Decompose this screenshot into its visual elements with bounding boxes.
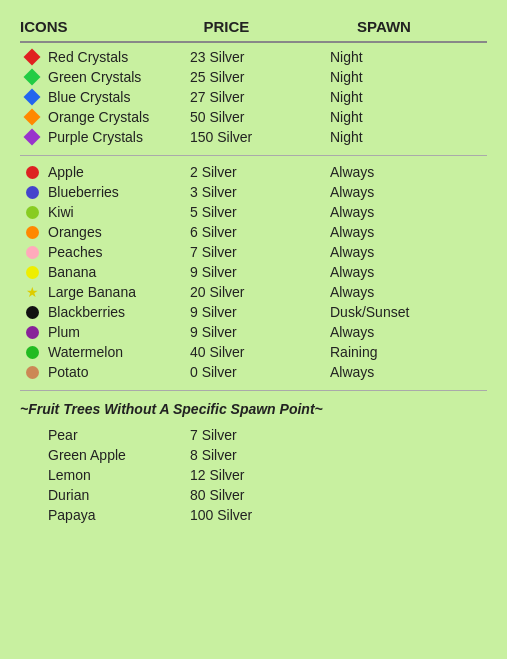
item-price: 20 Silver	[190, 284, 330, 300]
fruit-trees-section: Pear7 SilverGreen Apple8 SilverLemon12 S…	[20, 425, 487, 525]
item-spawn: Always	[330, 364, 460, 380]
item-spawn: Night	[330, 49, 460, 65]
item-spawn: Always	[330, 184, 460, 200]
item-spawn: Always	[330, 324, 460, 340]
circle-icon	[20, 326, 44, 339]
table-row: Purple Crystals150 SilverNight	[20, 127, 487, 147]
header-icons: ICONS	[20, 18, 190, 35]
item-spawn: Always	[330, 284, 460, 300]
header-row: ICONS PRICE SPAWN	[20, 10, 487, 43]
diamond-icon	[20, 51, 44, 63]
diamond-icon	[20, 91, 44, 103]
item-spawn: Night	[330, 89, 460, 105]
item-spawn: Always	[330, 204, 460, 220]
item-name: Apple	[44, 164, 190, 180]
circle-icon	[20, 306, 44, 319]
section-divider-2	[20, 390, 487, 391]
fruit-trees-title: ~Fruit Trees Without A Specific Spawn Po…	[20, 401, 487, 417]
diamond-icon	[20, 111, 44, 123]
item-spawn: Night	[330, 129, 460, 145]
table-row: Blackberries9 SilverDusk/Sunset	[20, 302, 487, 322]
item-name: Blueberries	[44, 184, 190, 200]
item-name: Plum	[44, 324, 190, 340]
item-price: 27 Silver	[190, 89, 330, 105]
item-spawn: Raining	[330, 344, 460, 360]
fruit-tree-price: 80 Silver	[190, 487, 330, 503]
fruit-tree-name: Pear	[20, 427, 190, 443]
table-row: Red Crystals23 SilverNight	[20, 47, 487, 67]
item-spawn: Always	[330, 244, 460, 260]
list-item: Green Apple8 Silver	[20, 445, 487, 465]
list-item: Pear7 Silver	[20, 425, 487, 445]
item-price: 40 Silver	[190, 344, 330, 360]
circle-icon	[20, 186, 44, 199]
circle-icon	[20, 166, 44, 179]
item-name: Large Banana	[44, 284, 190, 300]
crystals-section: Red Crystals23 SilverNightGreen Crystals…	[20, 47, 487, 147]
circle-icon	[20, 346, 44, 359]
item-spawn: Always	[330, 164, 460, 180]
item-price: 150 Silver	[190, 129, 330, 145]
section-divider	[20, 155, 487, 156]
item-name: Peaches	[44, 244, 190, 260]
table-row: Orange Crystals50 SilverNight	[20, 107, 487, 127]
fruit-tree-name: Green Apple	[20, 447, 190, 463]
header-spawn: SPAWN	[357, 18, 487, 35]
item-spawn: Always	[330, 224, 460, 240]
table-row: Plum9 SilverAlways	[20, 322, 487, 342]
item-spawn: Night	[330, 69, 460, 85]
diamond-icon	[20, 131, 44, 143]
circle-icon	[20, 366, 44, 379]
item-name: Red Crystals	[44, 49, 190, 65]
table-row: Apple2 SilverAlways	[20, 162, 487, 182]
table-row: Kiwi5 SilverAlways	[20, 202, 487, 222]
table-row: Green Crystals25 SilverNight	[20, 67, 487, 87]
item-price: 9 Silver	[190, 264, 330, 280]
item-price: 6 Silver	[190, 224, 330, 240]
diamond-icon	[20, 71, 44, 83]
item-name: Oranges	[44, 224, 190, 240]
fruit-tree-name: Lemon	[20, 467, 190, 483]
list-item: Lemon12 Silver	[20, 465, 487, 485]
item-price: 5 Silver	[190, 204, 330, 220]
item-price: 25 Silver	[190, 69, 330, 85]
item-name: Potato	[44, 364, 190, 380]
circle-icon	[20, 226, 44, 239]
item-name: Kiwi	[44, 204, 190, 220]
star-icon: ★	[20, 285, 44, 299]
list-item: Papaya100 Silver	[20, 505, 487, 525]
table-row: Blue Crystals27 SilverNight	[20, 87, 487, 107]
item-name: Banana	[44, 264, 190, 280]
item-name: Green Crystals	[44, 69, 190, 85]
table-row: Banana9 SilverAlways	[20, 262, 487, 282]
item-spawn: Night	[330, 109, 460, 125]
circle-icon	[20, 206, 44, 219]
circle-icon	[20, 266, 44, 279]
item-name: Blackberries	[44, 304, 190, 320]
item-spawn: Dusk/Sunset	[330, 304, 460, 320]
item-spawn: Always	[330, 264, 460, 280]
circle-icon	[20, 246, 44, 259]
item-price: 50 Silver	[190, 109, 330, 125]
item-price: 3 Silver	[190, 184, 330, 200]
table-row: ★Large Banana20 SilverAlways	[20, 282, 487, 302]
item-price: 23 Silver	[190, 49, 330, 65]
fruit-tree-price: 7 Silver	[190, 427, 330, 443]
table-row: Peaches7 SilverAlways	[20, 242, 487, 262]
item-price: 2 Silver	[190, 164, 330, 180]
fruit-tree-price: 100 Silver	[190, 507, 330, 523]
list-item: Durian80 Silver	[20, 485, 487, 505]
item-name: Orange Crystals	[44, 109, 190, 125]
fruit-tree-name: Papaya	[20, 507, 190, 523]
fruit-tree-price: 12 Silver	[190, 467, 330, 483]
fruits-section: Apple2 SilverAlwaysBlueberries3 SilverAl…	[20, 162, 487, 382]
item-price: 0 Silver	[190, 364, 330, 380]
table-row: Watermelon40 SilverRaining	[20, 342, 487, 362]
item-price: 7 Silver	[190, 244, 330, 260]
table-row: Oranges6 SilverAlways	[20, 222, 487, 242]
table-row: Blueberries3 SilverAlways	[20, 182, 487, 202]
item-price: 9 Silver	[190, 304, 330, 320]
fruit-tree-price: 8 Silver	[190, 447, 330, 463]
table-row: Potato0 SilverAlways	[20, 362, 487, 382]
header-price: PRICE	[204, 18, 344, 35]
